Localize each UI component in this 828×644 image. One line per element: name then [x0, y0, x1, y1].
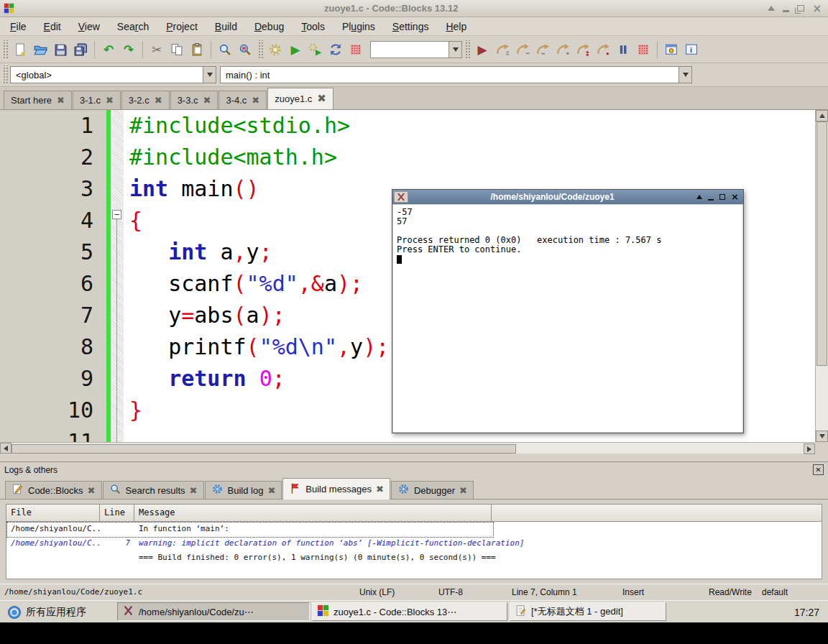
code-text[interactable]: #include<stdio.h> [124, 110, 815, 142]
menu-help[interactable]: Help [437, 19, 475, 34]
terminal-maximize-icon[interactable] [719, 194, 725, 200]
terminal-output[interactable]: -5757 Process returned 0 (0x0) execution… [393, 205, 742, 432]
line-number[interactable]: 3 [0, 173, 106, 205]
break-debugger-button[interactable] [613, 40, 633, 60]
close-tab-icon[interactable]: ✖ [155, 96, 162, 105]
fold-margin[interactable] [111, 236, 124, 268]
close-tab-icon[interactable]: ✖ [57, 96, 65, 105]
next-instruction-button[interactable] [573, 40, 593, 60]
maximize-window-icon[interactable] [797, 5, 804, 12]
abort-button[interactable] [346, 40, 366, 60]
log-tab-code-blocks[interactable]: Code::Blocks✖ [5, 481, 102, 499]
taskbar-task-zuoye1-c-code-blocks-13[interactable]: zuoye1.c - Code::Blocks 13⋯ [312, 602, 507, 621]
close-tab-icon[interactable]: ✖ [88, 486, 96, 495]
horizontal-scrollbar-thumb[interactable] [12, 444, 516, 454]
table-row[interactable]: /home/shiyanlou/C...In function ‘main’: [6, 522, 822, 536]
fold-margin[interactable] [111, 331, 124, 363]
tab-3-4-c[interactable]: 3-4.c✖ [218, 91, 267, 109]
debug-continue-button[interactable]: ▶ [472, 40, 492, 60]
code-line[interactable]: 2#include<math.h> [0, 142, 815, 173]
build-target-select[interactable] [370, 41, 462, 58]
fold-margin[interactable] [111, 142, 124, 173]
fold-margin[interactable] [111, 268, 124, 300]
terminal-titlebar[interactable]: /home/shiyanlou/Code/zuoye1 × [392, 190, 743, 204]
menu-view[interactable]: View [70, 19, 109, 34]
build-button[interactable] [265, 40, 285, 60]
taskbar-task-无标题文档-1-gedit[interactable]: [*无标题文档 1 - gedit] [510, 602, 666, 621]
menu-project[interactable]: Project [157, 19, 206, 34]
log-tab-build-log[interactable]: Build log✖ [205, 481, 282, 499]
line-number[interactable]: 8 [0, 331, 106, 363]
scope-dropdown-icon[interactable] [203, 67, 216, 83]
tab-3-2-c[interactable]: 3-2.c✖ [121, 91, 170, 109]
run-to-cursor-button[interactable] [492, 40, 512, 60]
scroll-right-icon[interactable] [804, 443, 815, 454]
close-window-icon[interactable]: × [812, 4, 822, 14]
debugging-windows-button[interactable] [661, 40, 681, 60]
menu-search[interactable]: Search [109, 19, 157, 34]
table-row[interactable]: === Build finished: 0 error(s), 1 warnin… [6, 551, 822, 565]
new-file-button[interactable] [10, 40, 30, 60]
minimize-window-icon[interactable] [783, 10, 789, 12]
line-number[interactable]: 6 [0, 268, 106, 300]
menu-edit[interactable]: Edit [35, 19, 70, 34]
close-tab-icon[interactable]: ✖ [252, 96, 259, 105]
menu-plugins[interactable]: Plugins [334, 19, 384, 34]
run-button[interactable]: ▶ [285, 40, 305, 60]
column-header-message[interactable]: Message [134, 505, 492, 521]
fold-collapse-icon[interactable]: − [112, 210, 121, 219]
fold-margin[interactable]: − [111, 205, 124, 236]
build-and-run-button[interactable] [305, 40, 326, 60]
toolbar-grip[interactable] [2, 40, 8, 59]
terminal-minimize-icon[interactable] [708, 199, 714, 201]
save-button[interactable] [50, 40, 70, 60]
taskbar-task-home-shiyanlou-code-zu[interactable]: /home/shiyanlou/Code/zu⋯ [117, 602, 310, 621]
fold-margin[interactable] [111, 110, 124, 142]
menu-settings[interactable]: Settings [384, 19, 438, 34]
line-number[interactable]: 9 [0, 363, 106, 395]
step-out-button[interactable] [553, 40, 573, 60]
redo-button[interactable]: ↷ [119, 40, 139, 60]
fold-margin[interactable] [111, 173, 124, 205]
code-editor[interactable]: 1#include<stdio.h>2#include<math.h>3int … [0, 109, 828, 453]
close-tab-icon[interactable]: ✖ [106, 96, 114, 105]
build-target-dropdown-icon[interactable] [448, 42, 461, 58]
log-tab-debugger[interactable]: Debugger✖ [391, 481, 474, 499]
scope-select[interactable]: <global> [10, 66, 216, 83]
step-into-instruction-button[interactable] [593, 40, 613, 60]
line-number[interactable]: 2 [0, 142, 106, 173]
scroll-down-icon[interactable] [816, 431, 828, 442]
close-tab-icon[interactable]: ✖ [190, 486, 198, 495]
rebuild-button[interactable] [326, 40, 346, 60]
line-number[interactable]: 11 [0, 426, 106, 442]
table-row[interactable]: /home/shiyanlou/C...7warning: implicit d… [6, 536, 822, 551]
toolbar-grip[interactable] [2, 65, 8, 84]
logs-close-icon[interactable]: ✕ [813, 464, 824, 475]
find-button[interactable] [215, 40, 235, 60]
toolbar-grip[interactable] [257, 40, 263, 59]
fold-margin[interactable] [111, 395, 124, 426]
undo-button[interactable]: ↶ [98, 40, 119, 60]
xterm-icon[interactable] [394, 191, 408, 203]
column-header-file[interactable]: File [6, 505, 100, 521]
line-number[interactable]: 1 [0, 110, 106, 142]
fold-margin[interactable] [111, 300, 124, 331]
vertical-scrollbar[interactable] [815, 110, 828, 442]
terminal-shade-icon[interactable] [696, 195, 702, 199]
log-tab-build-messages[interactable]: Build messages✖ [282, 478, 390, 500]
scroll-left-icon[interactable] [0, 443, 12, 454]
terminal-window[interactable]: /home/shiyanlou/Code/zuoye1 × -5757 Proc… [392, 189, 744, 433]
open-file-button[interactable] [30, 40, 50, 60]
tab-3-1-c[interactable]: 3-1.c✖ [73, 91, 121, 109]
tab-start-here[interactable]: Start here✖ [4, 91, 72, 109]
cut-button[interactable]: ✂ [147, 40, 167, 60]
shade-window-icon[interactable] [768, 6, 775, 11]
function-dropdown-icon[interactable] [678, 67, 691, 83]
fold-margin[interactable] [111, 426, 124, 442]
close-tab-icon[interactable]: ✖ [267, 486, 275, 495]
menu-tools[interactable]: Tools [293, 19, 334, 34]
line-number[interactable]: 5 [0, 236, 106, 268]
next-line-button[interactable] [512, 40, 533, 60]
menu-file[interactable]: File [1, 19, 35, 34]
paste-button[interactable] [187, 40, 207, 60]
